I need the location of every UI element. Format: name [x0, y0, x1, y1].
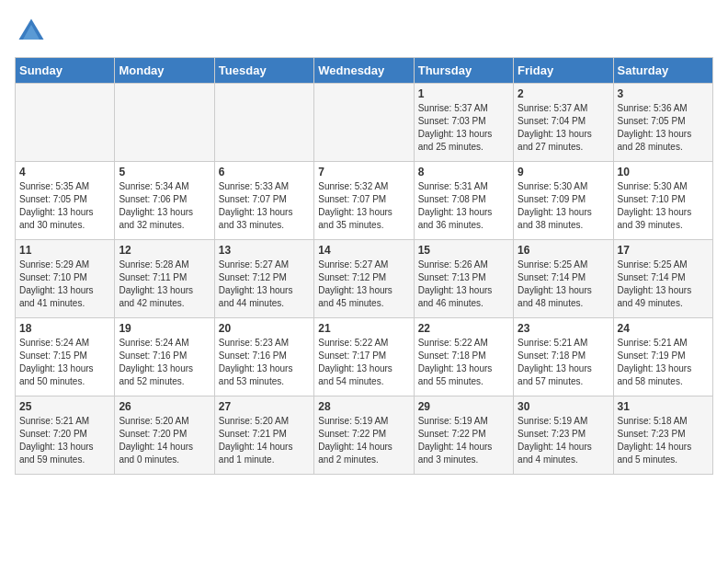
day-info: Sunrise: 5:27 AM Sunset: 7:12 PM Dayligh… [219, 259, 310, 310]
calendar-table: SundayMondayTuesdayWednesdayThursdayFrid… [15, 57, 713, 475]
calendar-cell: 19Sunrise: 5:24 AM Sunset: 7:16 PM Dayli… [115, 318, 214, 396]
calendar-cell: 7Sunrise: 5:32 AM Sunset: 7:07 PM Daylig… [314, 162, 414, 240]
day-number: 6 [219, 166, 310, 178]
calendar-cell: 17Sunrise: 5:25 AM Sunset: 7:14 PM Dayli… [613, 240, 712, 318]
day-number: 12 [119, 244, 210, 257]
day-info: Sunrise: 5:19 AM Sunset: 7:22 PM Dayligh… [318, 415, 409, 466]
day-info: Sunrise: 5:19 AM Sunset: 7:23 PM Dayligh… [518, 415, 609, 466]
calendar-cell: 11Sunrise: 5:29 AM Sunset: 7:10 PM Dayli… [16, 240, 115, 318]
calendar-cell: 15Sunrise: 5:26 AM Sunset: 7:13 PM Dayli… [414, 240, 513, 318]
day-info: Sunrise: 5:22 AM Sunset: 7:17 PM Dayligh… [318, 337, 409, 388]
calendar-week-2: 4Sunrise: 5:35 AM Sunset: 7:05 PM Daylig… [16, 162, 713, 240]
day-number: 19 [119, 322, 210, 335]
calendar-cell: 3Sunrise: 5:36 AM Sunset: 7:05 PM Daylig… [613, 84, 712, 162]
day-number: 24 [618, 322, 709, 335]
calendar-cell: 22Sunrise: 5:22 AM Sunset: 7:18 PM Dayli… [414, 318, 513, 396]
weekday-header-thursday: Thursday [414, 58, 513, 84]
day-number: 29 [418, 400, 509, 413]
day-number: 23 [518, 322, 609, 335]
calendar-week-1: 1Sunrise: 5:37 AM Sunset: 7:03 PM Daylig… [16, 84, 713, 162]
day-info: Sunrise: 5:25 AM Sunset: 7:14 PM Dayligh… [518, 259, 609, 310]
day-number: 11 [19, 244, 110, 257]
day-info: Sunrise: 5:21 AM Sunset: 7:20 PM Dayligh… [19, 415, 110, 466]
day-number: 26 [119, 400, 210, 413]
calendar-cell: 30Sunrise: 5:19 AM Sunset: 7:23 PM Dayli… [514, 396, 613, 475]
day-info: Sunrise: 5:19 AM Sunset: 7:22 PM Dayligh… [418, 415, 509, 466]
day-number: 9 [518, 166, 609, 178]
weekday-header-wednesday: Wednesday [314, 58, 414, 84]
day-number: 14 [318, 244, 409, 257]
day-number: 28 [318, 400, 409, 413]
calendar-cell: 1Sunrise: 5:37 AM Sunset: 7:03 PM Daylig… [414, 84, 513, 162]
day-number: 16 [518, 244, 609, 257]
calendar-cell: 9Sunrise: 5:30 AM Sunset: 7:09 PM Daylig… [514, 162, 613, 240]
weekday-header-monday: Monday [115, 58, 214, 84]
calendar-cell: 5Sunrise: 5:34 AM Sunset: 7:06 PM Daylig… [115, 162, 214, 240]
day-number: 8 [418, 166, 509, 178]
day-number: 30 [518, 400, 609, 413]
calendar-cell: 28Sunrise: 5:19 AM Sunset: 7:22 PM Dayli… [314, 396, 414, 475]
calendar-cell: 21Sunrise: 5:22 AM Sunset: 7:17 PM Dayli… [314, 318, 414, 396]
day-number: 22 [418, 322, 509, 335]
weekday-header-saturday: Saturday [613, 58, 712, 84]
day-info: Sunrise: 5:30 AM Sunset: 7:09 PM Dayligh… [518, 180, 609, 232]
day-info: Sunrise: 5:34 AM Sunset: 7:06 PM Dayligh… [119, 180, 210, 232]
day-info: Sunrise: 5:20 AM Sunset: 7:20 PM Dayligh… [119, 415, 210, 466]
day-info: Sunrise: 5:30 AM Sunset: 7:10 PM Dayligh… [618, 180, 709, 232]
day-info: Sunrise: 5:25 AM Sunset: 7:14 PM Dayligh… [618, 259, 709, 310]
day-info: Sunrise: 5:22 AM Sunset: 7:18 PM Dayligh… [418, 337, 509, 388]
day-info: Sunrise: 5:20 AM Sunset: 7:21 PM Dayligh… [219, 415, 310, 466]
day-info: Sunrise: 5:24 AM Sunset: 7:15 PM Dayligh… [19, 337, 110, 388]
calendar-cell: 10Sunrise: 5:30 AM Sunset: 7:10 PM Dayli… [613, 162, 712, 240]
weekday-header-friday: Friday [514, 58, 613, 84]
day-info: Sunrise: 5:27 AM Sunset: 7:12 PM Dayligh… [318, 259, 409, 310]
day-number: 13 [219, 244, 310, 257]
day-number: 1 [418, 87, 509, 100]
calendar-cell: 14Sunrise: 5:27 AM Sunset: 7:12 PM Dayli… [314, 240, 414, 318]
calendar-week-5: 25Sunrise: 5:21 AM Sunset: 7:20 PM Dayli… [16, 396, 713, 475]
day-number: 25 [19, 400, 110, 413]
calendar-week-4: 18Sunrise: 5:24 AM Sunset: 7:15 PM Dayli… [16, 318, 713, 396]
calendar-cell: 29Sunrise: 5:19 AM Sunset: 7:22 PM Dayli… [414, 396, 513, 475]
day-info: Sunrise: 5:32 AM Sunset: 7:07 PM Dayligh… [318, 180, 409, 232]
day-number: 15 [418, 244, 509, 257]
calendar-cell: 23Sunrise: 5:21 AM Sunset: 7:18 PM Dayli… [514, 318, 613, 396]
weekday-header-sunday: Sunday [16, 58, 115, 84]
calendar-cell: 12Sunrise: 5:28 AM Sunset: 7:11 PM Dayli… [115, 240, 214, 318]
day-number: 31 [618, 400, 709, 413]
calendar-cell [214, 84, 313, 162]
calendar-cell: 20Sunrise: 5:23 AM Sunset: 7:16 PM Dayli… [214, 318, 313, 396]
day-number: 2 [518, 87, 609, 100]
day-info: Sunrise: 5:21 AM Sunset: 7:19 PM Dayligh… [618, 337, 709, 388]
day-number: 10 [618, 166, 709, 178]
calendar-cell: 2Sunrise: 5:37 AM Sunset: 7:04 PM Daylig… [514, 84, 613, 162]
day-number: 27 [219, 400, 310, 413]
logo [15, 15, 51, 48]
calendar-cell [115, 84, 214, 162]
calendar-cell: 8Sunrise: 5:31 AM Sunset: 7:08 PM Daylig… [414, 162, 513, 240]
weekday-header-row: SundayMondayTuesdayWednesdayThursdayFrid… [16, 58, 713, 84]
day-info: Sunrise: 5:24 AM Sunset: 7:16 PM Dayligh… [119, 337, 210, 388]
day-info: Sunrise: 5:29 AM Sunset: 7:10 PM Dayligh… [19, 259, 110, 310]
day-info: Sunrise: 5:28 AM Sunset: 7:11 PM Dayligh… [119, 259, 210, 310]
day-number: 4 [19, 166, 110, 178]
calendar-week-3: 11Sunrise: 5:29 AM Sunset: 7:10 PM Dayli… [16, 240, 713, 318]
calendar-cell [16, 84, 115, 162]
day-info: Sunrise: 5:23 AM Sunset: 7:16 PM Dayligh… [219, 337, 310, 388]
day-number: 3 [618, 87, 709, 100]
page-header [15, 15, 713, 48]
day-info: Sunrise: 5:18 AM Sunset: 7:23 PM Dayligh… [618, 415, 709, 466]
day-info: Sunrise: 5:31 AM Sunset: 7:08 PM Dayligh… [418, 180, 509, 232]
calendar-cell: 26Sunrise: 5:20 AM Sunset: 7:20 PM Dayli… [115, 396, 214, 475]
calendar-cell: 18Sunrise: 5:24 AM Sunset: 7:15 PM Dayli… [16, 318, 115, 396]
calendar-cell: 13Sunrise: 5:27 AM Sunset: 7:12 PM Dayli… [214, 240, 313, 318]
calendar-cell: 16Sunrise: 5:25 AM Sunset: 7:14 PM Dayli… [514, 240, 613, 318]
day-info: Sunrise: 5:26 AM Sunset: 7:13 PM Dayligh… [418, 259, 509, 310]
day-info: Sunrise: 5:33 AM Sunset: 7:07 PM Dayligh… [219, 180, 310, 232]
day-number: 5 [119, 166, 210, 178]
logo-icon [15, 15, 48, 48]
day-info: Sunrise: 5:35 AM Sunset: 7:05 PM Dayligh… [19, 180, 110, 232]
calendar-cell: 24Sunrise: 5:21 AM Sunset: 7:19 PM Dayli… [613, 318, 712, 396]
day-number: 21 [318, 322, 409, 335]
day-number: 17 [618, 244, 709, 257]
